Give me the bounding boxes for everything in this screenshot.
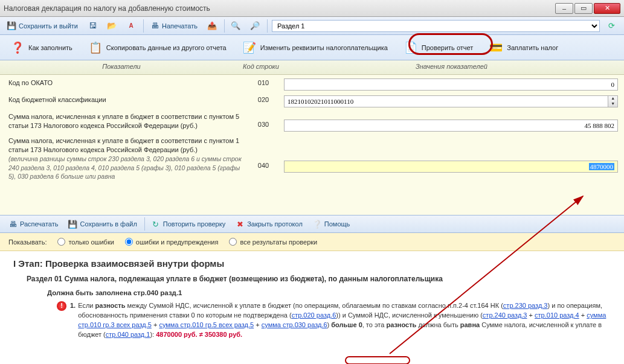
pdf-icon: A — [126, 21, 136, 31]
help-button[interactable]: ❔Помощь — [308, 217, 355, 231]
error-icon: ! — [57, 301, 66, 311]
main-toolbar: 💾Сохранить и выйти 🖫 📂 A 🖶Напечатать 📤 🔍… — [0, 17, 624, 35]
how-fill-label: Как заполнить — [28, 44, 72, 51]
link-sum-gr5[interactable]: сумма стр.010 гр.5 всех разд.5 — [159, 321, 254, 328]
check-icon: 📄 — [404, 40, 418, 55]
grid-row: Сумма налога, исчисленная к уплате в бюд… — [0, 133, 624, 182]
copy-icon: 📋 — [88, 40, 103, 55]
filter-errors-only[interactable]: только ошибки — [57, 238, 114, 246]
sum-040-input[interactable]: 4870000 — [284, 161, 618, 173]
radio-warnings[interactable] — [125, 238, 133, 246]
error-item: ! 1. Если разность между Суммой НДС, исч… — [57, 301, 611, 340]
rule-heading: Должна быть заполнена стр.040 разд.1 — [47, 289, 611, 296]
export-icon: 📤 — [207, 21, 217, 31]
zoom-in-button[interactable]: 🔍 — [227, 19, 245, 33]
section-heading: Раздел 01 Сумма налога, подлежащая уплат… — [27, 275, 611, 283]
close-proto-label: Закрыть протокол — [247, 220, 303, 228]
refresh-button[interactable]: ⟳ — [602, 19, 620, 33]
link-str240[interactable]: стр.240 разд.3 — [483, 311, 527, 319]
link-str230[interactable]: стр.230 разд.3 — [503, 302, 548, 309]
spin-up[interactable]: ▲ — [608, 96, 617, 101]
save-file-button[interactable]: 💾Сохранить в файл — [63, 217, 141, 231]
grid-row: Сумма налога, исчисленная к уплате в бюд… — [0, 109, 624, 133]
radio-all[interactable] — [229, 238, 237, 246]
opt-all-label: все результаты проверки — [240, 238, 317, 246]
folder-icon: 📂 — [107, 21, 117, 31]
save-and-exit-button[interactable]: 💾Сохранить и выйти — [2, 19, 82, 33]
pay-tax-button[interactable]: 💳Заплатить налог — [482, 37, 565, 58]
pdf-button[interactable]: A — [122, 19, 140, 33]
filter-label: Показывать: — [8, 238, 47, 246]
save-icon: 💾 — [68, 219, 77, 229]
link-str040-r1[interactable]: стр.040 разд.1 — [106, 331, 150, 338]
change-requisites-button[interactable]: 📝Изменить реквизиты налогоплательщика — [236, 37, 394, 58]
open-button[interactable]: 📂 — [103, 19, 121, 33]
separator — [144, 217, 145, 231]
link-str020-r6[interactable]: стр.020 разд.6 — [292, 311, 336, 319]
spin-down[interactable]: ▼ — [608, 101, 617, 107]
zoom-out-button[interactable]: 🔎 — [246, 19, 264, 33]
radio-errors[interactable] — [57, 238, 65, 246]
minimize-button[interactable]: – — [555, 3, 573, 14]
save-button[interactable]: 🖫 — [83, 19, 101, 33]
export-button[interactable]: 📤 — [203, 19, 221, 33]
print-protocol-button[interactable]: 🖶Распечатать — [4, 217, 62, 231]
window-title: Налоговая декларация по налогу на добавл… — [4, 4, 210, 13]
error-text: Если разность между Суммой НДС, исчислен… — [78, 301, 611, 340]
protocol-toolbar: 🖶Распечатать 💾Сохранить в файл ↻Повторит… — [0, 215, 624, 233]
print-proto-label: Распечатать — [20, 220, 58, 228]
repeat-icon: ↻ — [151, 219, 161, 229]
sum-030-input[interactable] — [284, 120, 618, 132]
spinner[interactable]: ▲▼ — [608, 95, 618, 107]
kbk-input[interactable] — [284, 95, 608, 107]
print-label: Напечатать — [162, 22, 198, 30]
how-fill-button[interactable]: ❓Как заполнить — [4, 37, 79, 58]
repeat-check-button[interactable]: ↻Повторить проверку — [147, 217, 230, 231]
action-toolbar: ❓Как заполнить 📋Скопировать данные из др… — [0, 35, 624, 60]
check-report-button[interactable]: 📄Проверить отчет — [397, 37, 480, 58]
close-icon: ✖ — [235, 219, 245, 229]
grid-row: Код по ОКАТО 010 — [0, 75, 624, 92]
save-icon: 💾 — [7, 21, 16, 31]
filter-bar: Показывать: только ошибки ошибки и преду… — [0, 233, 624, 251]
separator — [143, 19, 144, 33]
hdr-code: Код строки — [243, 60, 279, 74]
save-file-label: Сохранить в файл — [80, 220, 137, 228]
help-icon: ❓ — [10, 40, 25, 55]
copy-data-button[interactable]: 📋Скопировать данные из другого отчета — [82, 37, 233, 58]
filter-errors-warnings[interactable]: ошибки и предупреждения — [125, 238, 219, 246]
link-str010-r4[interactable]: стр.010 разд.4 — [535, 311, 579, 319]
opt-warn-label: ошибки и предупреждения — [136, 238, 219, 246]
row-label-note: (величина разницы суммы строк 230 раздел… — [8, 155, 242, 180]
hdr-indicators: Показатели — [0, 60, 243, 74]
print-button[interactable]: 🖶Напечатать — [146, 19, 202, 33]
help-label: Помощь — [324, 220, 350, 228]
refresh-icon: ⟳ — [606, 21, 616, 31]
zoom-out-icon: 🔎 — [250, 21, 260, 31]
link-str030-r6[interactable]: сумма стр.030 разд.6 — [262, 321, 327, 328]
grid-header: Показатели Код строки Значения показател… — [0, 60, 624, 75]
separator — [267, 19, 268, 33]
okato-input[interactable] — [284, 78, 618, 91]
opt-errors-label: только ошибки — [68, 238, 114, 246]
window-titlebar: Налоговая декларация по налогу на добавл… — [0, 0, 624, 17]
close-protocol-button[interactable]: ✖Закрыть протокол — [231, 217, 307, 231]
results-panel: I Этап: Проверка взаимосвязей внутри фор… — [0, 251, 624, 363]
repeat-label: Повторить проверку — [163, 220, 225, 228]
filter-all[interactable]: все результаты проверки — [229, 238, 317, 246]
maximize-button[interactable]: ▭ — [574, 3, 593, 14]
row-code: 010 — [245, 78, 281, 86]
row-label-main: Сумма налога, исчисленная к уплате в бюд… — [8, 137, 239, 153]
copy-label: Скопировать данные из другого отчета — [106, 44, 227, 51]
change-req-label: Изменить реквизиты налогоплательщика — [260, 44, 388, 51]
section-select[interactable]: Раздел 1 — [272, 20, 600, 32]
row-code: 020 — [245, 95, 281, 103]
close-button[interactable]: ✕ — [594, 3, 620, 14]
row-code: 040 — [245, 136, 281, 169]
edit-icon: 📝 — [242, 40, 257, 55]
pay-icon: 💳 — [489, 40, 503, 55]
hdr-values: Значения показателей — [279, 60, 624, 74]
printer-icon: 🖶 — [150, 21, 159, 31]
save-exit-label: Сохранить и выйти — [19, 22, 78, 30]
value-expected: 350380 руб. — [205, 331, 242, 338]
